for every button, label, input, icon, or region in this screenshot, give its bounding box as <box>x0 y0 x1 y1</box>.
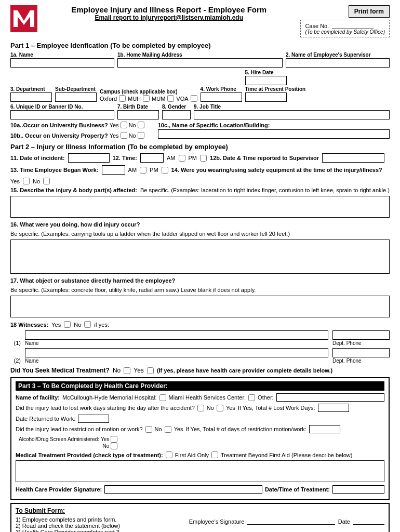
seek-no-checkbox[interactable] <box>124 367 130 374</box>
date-reported-input[interactable] <box>322 153 384 163</box>
what-doing-textarea[interactable] <box>10 240 390 274</box>
seek-no-label: No <box>113 367 121 374</box>
witness-2-name-input[interactable] <box>25 348 328 357</box>
print-case-area: Print form Case No. (To be completed by … <box>300 5 390 37</box>
pm-checkbox[interactable] <box>200 155 207 162</box>
date-label-1: Date <box>338 518 350 525</box>
home-mailing-label: 1b. Home Mailing Address <box>117 52 283 58</box>
lost-work-yes-checkbox[interactable] <box>217 405 223 411</box>
witness-1-name-input[interactable] <box>25 330 328 340</box>
restriction-no: No <box>155 426 162 432</box>
birth-date-label: 7. Birth Date <box>117 104 159 110</box>
witnesses-no[interactable] <box>84 321 91 328</box>
mum-checkbox[interactable] <box>167 95 174 102</box>
alcohol-drug-group: Alcohol/Drug Screen Administered: Yes No <box>19 436 117 449</box>
occur-business-yes[interactable] <box>121 122 127 128</box>
first-aid-checkbox[interactable] <box>166 451 172 458</box>
birth-date-input[interactable] <box>117 110 159 119</box>
lost-work-no: No <box>207 405 214 411</box>
subdept-input[interactable] <box>55 92 97 102</box>
occur-property-yes[interactable] <box>121 132 127 139</box>
part2-title: Part 2 – Injury or Illness Information (… <box>10 143 390 151</box>
pm-label: PM <box>189 155 197 161</box>
incident-date-label: 11. Date of incident: <box>10 155 65 161</box>
voa-checkbox[interactable] <box>191 95 197 102</box>
row-describe-label: 15. Describe the injury & body part(s) a… <box>10 187 390 193</box>
supervisor-input[interactable] <box>286 58 390 68</box>
location-group: 10c., Name of Specific Location/Building… <box>158 122 270 128</box>
case-no-input[interactable] <box>332 22 374 29</box>
safety-note: (To be completed by Safety Office) <box>305 29 385 35</box>
muh-checkbox[interactable] <box>143 95 150 102</box>
job-title-input[interactable] <box>194 110 390 119</box>
print-button[interactable]: Print form <box>349 5 390 18</box>
row-witnesses-label: 18 Witnesses: Yes No if yes: <box>10 321 390 328</box>
employee-date-line <box>353 516 384 525</box>
am-checkbox-2[interactable] <box>140 167 146 174</box>
supervisor-sig-line <box>249 529 335 532</box>
miami-health-checkbox[interactable] <box>248 394 255 401</box>
witness-2-phone-input[interactable] <box>332 348 390 357</box>
gender-label: 8. Gender <box>162 104 191 110</box>
date-time-input[interactable] <box>332 485 384 494</box>
other-input[interactable] <box>276 393 384 402</box>
row-what-doing-label: 16. What were you doing, how did injury … <box>10 221 390 237</box>
time-present-input[interactable] <box>245 92 287 102</box>
what-object-textarea[interactable] <box>10 296 390 317</box>
restriction-no-checkbox[interactable] <box>145 426 152 433</box>
occur-property-no[interactable] <box>138 132 144 139</box>
total-days-restriction: If Yes, Total # of days of restriction m… <box>186 426 306 432</box>
witness-1-phone-input[interactable] <box>332 330 390 340</box>
no-label-3: No <box>33 178 40 184</box>
am-checkbox[interactable] <box>179 155 185 162</box>
occur-business-label: 10a..Occur on University Business? <box>10 122 108 128</box>
row-dept: 3. Department Sub-Department Campus (che… <box>10 70 390 102</box>
field-hire-date: 5. Hire Date Time at Present Position <box>245 70 306 102</box>
alcohol-yes-checkbox[interactable] <box>111 436 117 443</box>
pm-checkbox-2[interactable] <box>162 167 168 174</box>
safety-equip-label: 14. Were you wearing/using safety equipm… <box>171 167 382 173</box>
seek-yes-checkbox[interactable] <box>147 367 154 374</box>
row-id: 6. Unique ID or Banner ID No. 7. Birth D… <box>10 104 390 119</box>
time-began-input[interactable] <box>102 165 125 175</box>
name-input[interactable] <box>10 58 114 68</box>
hire-date-input[interactable] <box>245 76 287 85</box>
gender-input[interactable] <box>162 110 191 119</box>
alcohol-no-checkbox[interactable] <box>111 443 117 449</box>
part3-title: Part 3 – To Be Completed by Health Care … <box>16 381 384 391</box>
lost-work-no-checkbox[interactable] <box>197 405 204 411</box>
row-restriction: Did the injury lead to restriction of mo… <box>16 425 384 449</box>
safety-equip-no[interactable] <box>43 178 50 184</box>
occur-business-no[interactable] <box>138 122 144 128</box>
provider-sig-input[interactable] <box>104 485 262 494</box>
treatment-description-textarea[interactable] <box>16 460 384 482</box>
location-input[interactable] <box>158 129 390 139</box>
dept-input[interactable] <box>10 92 52 102</box>
total-lost-input[interactable] <box>318 404 349 412</box>
unique-id-input[interactable] <box>10 110 114 119</box>
describe-injury-textarea[interactable] <box>10 196 390 218</box>
date-returned-input[interactable] <box>78 415 109 423</box>
submit-columns: 1) Employee completes and prints form. 2… <box>16 516 384 532</box>
beyond-first-aid-checkbox[interactable] <box>211 451 218 458</box>
campus-checkboxes: Oxford MUH MUM VOA <box>100 95 197 102</box>
what-doing-hint: Be specific. (Examples: carrying tools u… <box>10 231 290 237</box>
incident-date-input[interactable] <box>68 153 110 163</box>
total-days-input[interactable] <box>309 425 340 433</box>
name-label-1: Name <box>25 340 328 346</box>
work-phone-input[interactable] <box>201 92 242 102</box>
employee-sig-line <box>247 516 335 525</box>
witness-1-row: (1) Name Dept. Phone <box>10 330 390 346</box>
restriction-yes-checkbox[interactable] <box>165 426 171 433</box>
facility-mch-checkbox[interactable] <box>159 394 166 401</box>
home-mailing-input[interactable] <box>117 58 283 68</box>
witnesses-yes[interactable] <box>64 321 71 328</box>
time-input[interactable] <box>140 153 164 163</box>
submit-sigs: Employee's Signature Date Supervisor's S… <box>189 516 384 532</box>
part1-title: Part 1 – Employee Idenfication (To be co… <box>10 42 390 49</box>
safety-equip-yes[interactable] <box>23 178 30 184</box>
muh-label: MUH <box>128 96 141 102</box>
field-subdept: Sub-Department <box>55 86 97 102</box>
part2-section: Part 2 – Injury or Illness Information (… <box>10 143 390 364</box>
oxford-checkbox[interactable] <box>119 95 126 102</box>
